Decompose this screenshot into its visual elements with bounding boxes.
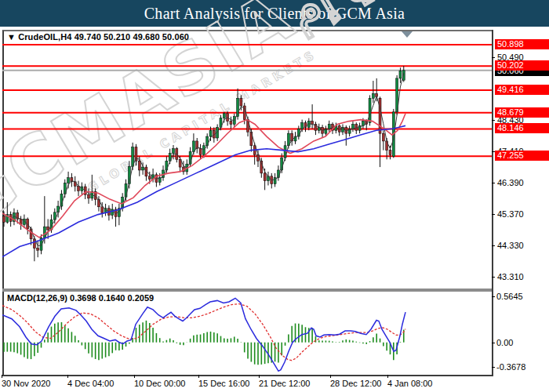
time-axis-label: 30 Nov 2020 xyxy=(2,379,50,388)
price-tick-label: 43.310 xyxy=(497,272,524,281)
price-tick-label: 46.390 xyxy=(497,178,524,187)
price-tick xyxy=(492,57,495,58)
chart-shift-marker-icon[interactable] xyxy=(402,31,413,38)
macd-indicator-readout: MACD(12,26,9) 0.3698 0.1640 0.2059 xyxy=(7,293,154,303)
level-price-label: 48.679 xyxy=(495,107,549,118)
macd-tick-label: 0.00 xyxy=(496,338,513,347)
time-tick xyxy=(330,375,331,378)
price-tick xyxy=(492,183,495,183)
candlestick-chart-canvas[interactable] xyxy=(2,30,492,289)
price-tick xyxy=(492,214,495,215)
time-tick xyxy=(2,375,2,378)
time-tick xyxy=(387,375,388,378)
time-axis-label: 4 Dec 04:00 xyxy=(67,379,114,388)
macd-tick xyxy=(492,367,495,368)
level-price-label: 50.898 xyxy=(495,39,549,49)
level-price-label: 47.255 xyxy=(495,151,549,161)
time-axis-label: 28 Dec 12:00 xyxy=(330,379,381,388)
time-tick xyxy=(198,375,199,378)
time-tick xyxy=(134,375,135,378)
price-axis-line xyxy=(492,30,493,375)
time-axis-label: 15 Dec 16:00 xyxy=(198,379,249,388)
macd-chart-canvas[interactable] xyxy=(2,292,492,375)
title-bar: Chart Analysis for Clients of GCM Asia xyxy=(0,0,549,27)
price-tick xyxy=(492,277,495,278)
price-tick xyxy=(492,245,495,246)
price-tick-label: 44.330 xyxy=(497,241,524,250)
page-title: Chart Analysis for Clients of GCM Asia xyxy=(144,5,405,23)
level-price-label: 48.146 xyxy=(495,123,549,133)
level-price-label: 50.202 xyxy=(495,60,549,71)
symbol-dropdown-icon[interactable]: ▼ xyxy=(7,32,16,42)
macd-tick-label: -0.3678 xyxy=(496,362,525,372)
price-tick-label: 45.370 xyxy=(497,209,524,219)
macd-tick xyxy=(492,343,495,343)
time-axis-label: 4 Jan 08:00 xyxy=(387,379,433,388)
level-price-label: 49.416 xyxy=(495,85,549,95)
price-tick xyxy=(492,120,495,121)
time-tick xyxy=(67,375,68,378)
time-tick xyxy=(259,375,260,378)
chart-analysis-page: Chart Analysis for Clients of GCM Asia G… xyxy=(0,0,549,392)
time-axis-label: 10 Dec 00:00 xyxy=(134,379,185,388)
macd-tick xyxy=(492,296,495,297)
macd-tick-label: 0.5645 xyxy=(496,292,523,301)
symbol-ohlc-readout: ▼ CrudeOIL,H4 49.740 50.210 49.680 50.06… xyxy=(7,32,189,42)
time-axis-label: 21 Dec 12:00 xyxy=(259,379,310,388)
